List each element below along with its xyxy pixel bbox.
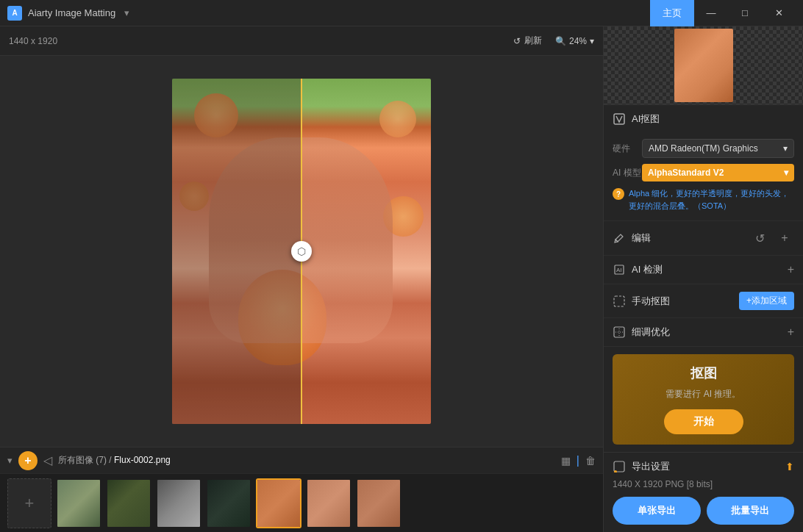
fine-tune-icon — [613, 326, 626, 339]
batch-export-button[interactable]: 批量导出 — [707, 497, 795, 525]
export-settings-label: 导出设置 — [632, 460, 670, 473]
hardware-value: AMD Radeon(TM) Graphics — [649, 143, 758, 154]
canvas-toolbar: 1440 x 1920 ↺ 刷新 🔍 24% ▾ — [0, 26, 603, 56]
thumbnail-6[interactable] — [306, 478, 351, 528]
manual-matting-icon — [613, 295, 626, 308]
thumbnail-3[interactable] — [156, 478, 201, 528]
nav-left-icon[interactable]: ◁ — [43, 453, 52, 467]
current-file-label: Flux-0002.png — [114, 455, 171, 465]
thumbnail-7[interactable] — [356, 478, 402, 528]
ai-matting-content: 硬件 AMD Radeon(TM) Graphics ▾ AI 模型 Alpha… — [604, 133, 803, 220]
hardware-label: 硬件 — [613, 143, 642, 155]
fine-tune-title: 细调优化 — [632, 326, 782, 339]
ai-detect-header[interactable]: AI AI 检测 — [604, 256, 803, 284]
thumbnail-4[interactable] — [206, 478, 251, 528]
canvas-container[interactable]: ⬡ — [0, 56, 603, 447]
refresh-icon: ↺ — [513, 36, 521, 46]
close-button[interactable]: ✕ — [762, 0, 796, 26]
hardware-dropdown-icon: ▾ — [783, 143, 788, 154]
ai-model-select[interactable]: AlphaStandard V2 ▾ — [642, 164, 794, 181]
export-icon — [613, 460, 626, 473]
breadcrumb-separator: / — [109, 455, 111, 465]
zoom-control[interactable]: 🔍 24% ▾ — [555, 36, 594, 46]
info-icon: ? — [613, 188, 624, 200]
app-logo: A — [7, 6, 22, 21]
right-panel: AI抠图 硬件 AMD Radeon(TM) Graphics ▾ AI 模型 … — [603, 26, 803, 532]
filmstrip-icons: ▦ | 🗑 — [561, 454, 596, 467]
image-size-label: 1440 x 1920 — [9, 36, 57, 46]
start-button[interactable]: 开始 — [664, 409, 743, 434]
fine-tune-header[interactable]: 细调优化 — [604, 318, 803, 346]
all-images-label[interactable]: 所有图像 (7) — [58, 455, 107, 465]
refresh-button[interactable]: ↺ 刷新 — [507, 32, 548, 50]
edit-actions: ↺ + — [750, 229, 794, 248]
manual-matting-header[interactable]: 手动抠图 +添加区域 — [604, 284, 803, 317]
ai-matting-icon — [613, 112, 626, 126]
filmstrip-bar: ▾ + ◁ 所有图像 (7) / Flux-0002.png ▦ | 🗑 — [0, 447, 603, 473]
filmstrip-divider: | — [577, 454, 579, 467]
titlebar: A Aiarty Image Matting ▾ 主页 — □ ✕ — [0, 0, 803, 26]
maximize-button[interactable]: □ — [728, 0, 762, 26]
matte-box: 抠图 需要进行 AI 推理。 开始 — [613, 354, 794, 445]
title-dropdown-icon[interactable]: ▾ — [124, 7, 129, 18]
ai-model-info: ? Alpha 细化，更好的半透明度，更好的头发，更好的混合层叠。（SOTA） — [613, 187, 794, 212]
manual-matting-section: 手动抠图 +添加区域 — [604, 284, 803, 318]
filmstrip-toggle-icon[interactable]: ▾ — [7, 455, 13, 466]
home-button[interactable]: 主页 — [650, 0, 694, 26]
single-export-button[interactable]: 单张导出 — [613, 497, 701, 525]
titlebar-controls: 主页 — □ ✕ — [650, 0, 796, 26]
export-collapse-icon[interactable]: ⬆ — [785, 461, 794, 472]
edit-title: 编辑 — [632, 231, 744, 245]
svg-text:AI: AI — [616, 267, 622, 273]
ai-detect-title: AI 检测 — [632, 263, 782, 276]
zoom-dropdown-icon: ▾ — [590, 36, 594, 46]
fine-tune-add-icon[interactable] — [788, 326, 794, 339]
filmstrip-view-icon[interactable]: ▦ — [561, 455, 571, 467]
ai-detect-add-icon[interactable] — [788, 263, 794, 276]
undo-button[interactable]: ↺ — [750, 229, 769, 248]
ai-matting-section: AI抠图 硬件 AMD Radeon(TM) Graphics ▾ AI 模型 … — [604, 105, 803, 221]
minimize-button[interactable]: — — [694, 0, 728, 26]
ai-model-info-text: Alpha 细化，更好的半透明度，更好的头发，更好的混合层叠。（SOTA） — [629, 187, 794, 212]
zoom-icon: 🔍 — [555, 36, 566, 46]
left-half-overlay — [172, 79, 301, 424]
ai-matting-header[interactable]: AI抠图 — [604, 105, 803, 133]
matte-subtitle: 需要进行 AI 推理。 — [623, 388, 784, 400]
export-header-left: 导出设置 — [613, 460, 670, 473]
ai-detect-section: AI AI 检测 — [604, 256, 803, 284]
hardware-row: 硬件 AMD Radeon(TM) Graphics ▾ — [613, 139, 794, 158]
add-thumbnail-button[interactable]: + — [7, 478, 51, 528]
flower-2 — [379, 101, 416, 137]
thumbnails-row: + — [0, 473, 603, 532]
split-handle[interactable]: ⬡ — [291, 241, 312, 262]
add-region-button[interactable]: +添加区域 — [739, 292, 794, 310]
edit-section: 编辑 ↺ + — [604, 221, 803, 256]
titlebar-left: A Aiarty Image Matting ▾ — [7, 6, 129, 21]
redo-button[interactable]: + — [775, 229, 794, 248]
filmstrip-delete-icon[interactable]: 🗑 — [585, 455, 596, 467]
breadcrumb: 所有图像 (7) / Flux-0002.png — [58, 454, 171, 467]
ai-model-label: AI 模型 — [613, 167, 642, 179]
edit-header[interactable]: 编辑 ↺ + — [604, 221, 803, 255]
export-section: 导出设置 ⬆ 1440 X 1920 PNG [8 bits] 单张导出 批量导… — [604, 452, 803, 532]
thumbnail-5[interactable] — [256, 478, 301, 528]
export-info: 1440 X 1920 PNG [8 bits] — [613, 479, 794, 489]
fine-tune-section: 细调优化 — [604, 318, 803, 347]
export-buttons: 单张导出 批量导出 — [613, 497, 794, 525]
ai-detect-icon: AI — [613, 263, 626, 276]
svg-rect-5 — [614, 461, 624, 472]
thumbnail-2[interactable] — [106, 478, 151, 528]
app-title: Aiarty Image Matting — [28, 7, 115, 18]
zoom-value: 24% — [569, 36, 587, 46]
image-wrapper: ⬡ — [172, 79, 431, 424]
thumbnail-1[interactable] — [56, 478, 101, 528]
canvas-area: 1440 x 1920 ↺ 刷新 🔍 24% ▾ — [0, 26, 603, 532]
ai-model-row: AI 模型 AlphaStandard V2 ▾ — [613, 164, 794, 181]
ai-model-value: AlphaStandard V2 — [648, 168, 724, 178]
export-header: 导出设置 ⬆ — [613, 460, 794, 473]
hardware-select[interactable]: AMD Radeon(TM) Graphics ▾ — [642, 139, 794, 158]
main-layout: 1440 x 1920 ↺ 刷新 🔍 24% ▾ — [0, 26, 803, 532]
svg-rect-3 — [614, 296, 624, 306]
ai-matting-title: AI抠图 — [632, 112, 794, 126]
add-image-button[interactable]: + — [18, 451, 38, 470]
